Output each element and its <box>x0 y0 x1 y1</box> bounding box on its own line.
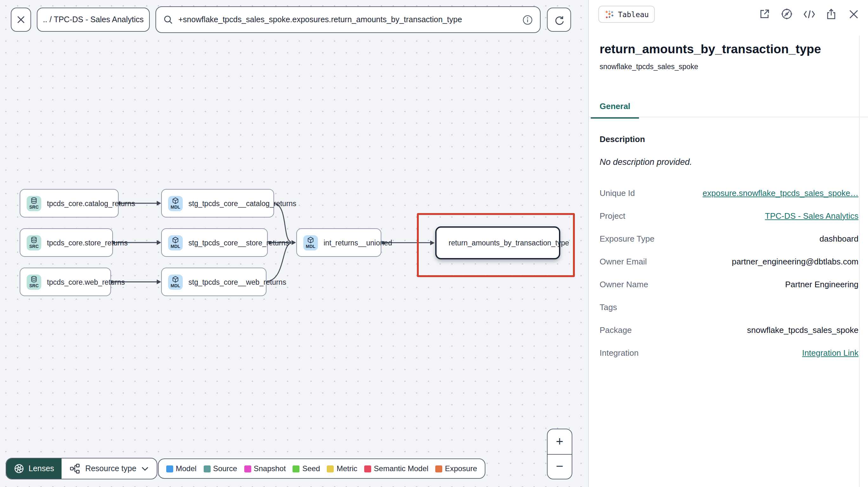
refresh-icon <box>554 14 564 25</box>
explore-lineage-button[interactable] <box>780 7 794 21</box>
badge-label: MDL <box>306 244 315 249</box>
database-icon <box>30 197 37 204</box>
cube-icon <box>172 276 179 283</box>
close-lineage-button[interactable] <box>11 8 31 32</box>
lenses-button[interactable]: Lenses <box>6 458 62 479</box>
badge-label: MDL <box>171 284 180 288</box>
source-badge: SRC <box>27 196 41 211</box>
search-input[interactable] <box>178 15 517 24</box>
code-icon <box>803 9 815 19</box>
owner-name-value: Partner Engineering <box>785 279 859 289</box>
legend-item-model: Model <box>166 464 196 473</box>
description-heading: Description <box>599 134 859 144</box>
share-button[interactable] <box>824 7 838 21</box>
node-source-store-returns[interactable]: SRC tpcds_core.store_returns <box>20 228 113 257</box>
refresh-lineage-button[interactable] <box>547 8 571 32</box>
field-row-tags: Tags <box>599 295 859 318</box>
database-icon <box>30 236 37 244</box>
field-row-unique-id: Unique Id exposure.snowflake_tpcds_sales… <box>599 181 859 204</box>
model-badge: MDL <box>168 235 183 250</box>
semantic-model-swatch <box>364 465 371 472</box>
legend-item-semantic-model: Semantic Model <box>364 464 428 473</box>
lineage-canvas[interactable]: .. / TPC-DS - Sales Analytics SRC tpcds_… <box>0 0 588 487</box>
node-label: tpcds_core.catalog_returns <box>47 199 135 207</box>
package-value: snowflake_tpcds_sales_spoke <box>747 325 859 334</box>
field-row-exposure-type: Exposure Type dashboard <box>599 227 859 250</box>
seed-swatch <box>293 465 300 472</box>
resource-type-icon <box>70 463 80 474</box>
details-panel: Tableau return_amounts_by_transaction_ty… <box>588 0 868 487</box>
legend-item-snapshot: Snapshot <box>244 464 285 473</box>
breadcrumb-label: .. / TPC-DS - Sales Analytics <box>43 15 144 24</box>
badge-label: SRC <box>29 284 39 288</box>
node-source-web-returns[interactable]: SRC tpcds_core.web_returns <box>20 268 111 296</box>
node-label: stg_tpcds_core__store_returns <box>188 239 289 246</box>
explore-compass-icon <box>780 8 793 20</box>
exposure-type-value: dashboard <box>819 234 859 243</box>
badge-label: MDL <box>171 244 180 249</box>
cube-icon <box>307 236 314 244</box>
dbt-explorer-lineage-app: .. / TPC-DS - Sales Analytics SRC tpcds_… <box>0 0 868 487</box>
node-source-catalog-returns[interactable]: SRC tpcds_core.catalog_returns <box>20 189 119 218</box>
integration-badge-label: Tableau <box>618 10 649 19</box>
legend-item-metric: Metric <box>327 464 357 473</box>
legend-item-seed: Seed <box>293 464 320 473</box>
zoom-controls: + − <box>547 429 572 479</box>
open-in-new-icon <box>759 8 770 20</box>
node-model-int-returns-unioned[interactable]: MDL int_returns__unioned <box>296 228 381 257</box>
panel-scroll-gutter <box>859 35 860 487</box>
package-subtitle: snowflake_tpcds_sales_spoke <box>599 63 698 70</box>
detail-fields: Unique Id exposure.snowflake_tpcds_sales… <box>599 181 859 364</box>
resource-type-label: Resource type <box>85 464 136 473</box>
field-row-integration: Integration Integration Link <box>599 341 859 364</box>
project-link[interactable]: TPC-DS - Sales Analytics <box>765 211 859 220</box>
close-icon <box>848 8 859 19</box>
snapshot-swatch <box>244 465 251 472</box>
node-exposure-return-amounts[interactable]: return_amounts_by_transaction_type <box>435 226 560 259</box>
node-label: int_returns__unioned <box>323 239 392 246</box>
legend-item-source: Source <box>204 464 237 473</box>
chevron-down-icon <box>142 466 149 471</box>
node-model-stg-store-returns[interactable]: MDL stg_tpcds_core__store_returns <box>161 228 268 257</box>
node-model-stg-catalog-returns[interactable]: MDL stg_tpcds_core__catalog_returns <box>161 189 274 218</box>
exposure-swatch <box>435 465 442 472</box>
lenses-label: Lenses <box>29 464 54 473</box>
resource-type-legend: Model Source Snapshot Seed Metric Semant… <box>158 458 486 479</box>
unique-id-link[interactable]: exposure.snowflake_tpcds_sales_spoke… <box>703 188 859 197</box>
info-icon[interactable] <box>522 14 533 25</box>
panel-tabs: General <box>591 96 639 119</box>
database-icon <box>30 276 37 283</box>
resource-type-dropdown[interactable]: Resource type <box>62 458 157 479</box>
node-model-stg-web-returns[interactable]: MDL stg_tpcds_core__web_returns <box>161 268 267 296</box>
search-icon <box>163 14 173 25</box>
integration-link[interactable]: Integration Link <box>802 348 859 357</box>
owner-email-value: partner_engineering@dbtlabs.com <box>732 257 859 266</box>
field-row-owner-email: Owner Email partner_engineering@dbtlabs.… <box>599 250 859 273</box>
breadcrumb[interactable]: .. / TPC-DS - Sales Analytics <box>37 8 150 32</box>
badge-label: MDL <box>171 205 180 209</box>
zoom-out-button[interactable]: − <box>548 454 572 479</box>
lineage-search <box>155 6 540 33</box>
node-label: stg_tpcds_core__web_returns <box>188 278 286 286</box>
tab-general[interactable]: General <box>591 96 639 119</box>
view-code-button[interactable] <box>802 7 816 21</box>
zoom-in-button[interactable]: + <box>548 429 572 454</box>
close-panel-button[interactable] <box>846 7 860 21</box>
share-icon <box>826 8 837 20</box>
model-swatch <box>166 465 173 472</box>
open-in-new-button[interactable] <box>757 7 772 21</box>
tableau-icon <box>605 9 614 19</box>
integration-badge[interactable]: Tableau <box>598 6 655 23</box>
node-label: tpcds_core.web_returns <box>47 278 125 286</box>
legend-item-exposure: Exposure <box>435 464 477 473</box>
aperture-icon <box>14 463 24 474</box>
field-row-project: Project TPC-DS - Sales Analytics <box>599 204 859 227</box>
model-badge: MDL <box>168 274 183 290</box>
tab-separator <box>589 117 868 117</box>
node-label: stg_tpcds_core__catalog_returns <box>188 199 296 207</box>
description-value: No description provided. <box>599 157 859 167</box>
lenses-controls: Lenses Resource type <box>6 458 157 479</box>
metric-swatch <box>327 465 334 472</box>
model-badge: MDL <box>168 196 183 211</box>
cube-icon <box>172 236 179 244</box>
